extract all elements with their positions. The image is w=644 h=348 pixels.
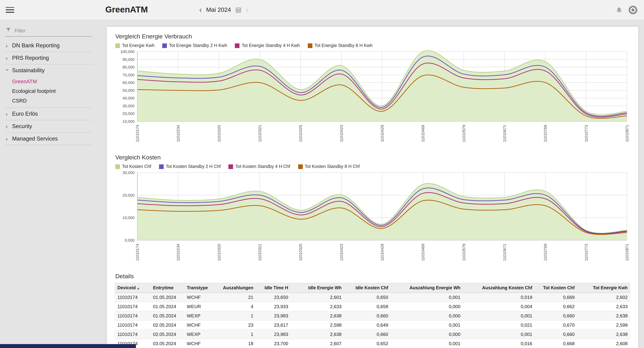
app-title: GreenATM [105, 5, 148, 14]
cell-auszahlung-kosten-chf: 0,001 [463, 311, 535, 320]
cell-transtype: WCHF [184, 293, 216, 302]
legend-item-tot-energie-kwh[interactable]: Tot Energie Kwh [115, 43, 154, 48]
legend-label: Tot Energie Standby 8 H Kwh [314, 43, 372, 48]
cell-transtype: WEXP [184, 311, 216, 320]
calendar-icon[interactable] [235, 6, 242, 13]
legend-item-tot-kosten-standby-4-h-chf[interactable]: Tot Kosten Standby 4 H Chf [228, 164, 290, 169]
header-actions [616, 0, 638, 20]
column-header-auszahlung-energie-wh[interactable]: Auszahlung Energie Wh [391, 283, 463, 293]
cell-idle-kosten-chf: 0,652 [344, 339, 391, 348]
x-axis-label: 11010773 [584, 125, 588, 142]
user-avatar[interactable] [628, 5, 638, 14]
column-header-entrytime[interactable]: Entrytime [150, 283, 184, 293]
column-header-deviceid[interactable]: Deviceid ▲ [114, 283, 150, 293]
cell-auszahlung-energie-wh: 0,000 [391, 302, 463, 311]
filter-input[interactable] [14, 27, 83, 34]
cell-auszahlungen: 18 [216, 339, 256, 348]
sidebar-item-label: CSRD [12, 98, 27, 103]
cell-idle-kosten-chf: 0,649 [344, 320, 391, 330]
prev-month-button[interactable]: ‹ [199, 6, 202, 14]
legend-item-tot-energie-standby-8-h-kwh[interactable]: Tot Energie Standby 8 H Kwh [308, 43, 372, 48]
notifications-bell-icon[interactable] [616, 6, 623, 13]
cell-auszahlung-energie-wh: 0,000 [391, 311, 463, 320]
cost-chart-legend: Tot Kosten ChfTot Kosten Standby 2 H Chf… [115, 164, 630, 169]
cell-idle-energie-wh: 2,633 [291, 302, 344, 311]
column-header-transtype[interactable]: Transtype [184, 283, 216, 293]
cell-idle-energie-wh: 2,607 [291, 339, 344, 348]
cell-deviceid: 11010174 [114, 320, 150, 330]
legend-swatch [235, 43, 240, 48]
y-axis-label: 20,000 [122, 111, 134, 116]
legend-item-tot-energie-standby-2-h-kwh[interactable]: Tot Energie Standby 2 H Kwh [162, 43, 227, 48]
x-axis-label: 11010423 [339, 244, 344, 261]
column-header-auszahlung-kosten-chf[interactable]: Auszahlung Kosten Chf [463, 283, 535, 293]
x-axis-label: 11010174 [135, 125, 140, 142]
column-header-idle-kosten-chf[interactable]: Idle Kosten Chf [344, 283, 391, 293]
x-axis-label: 11010174 [135, 244, 140, 261]
x-axis-label: 11010769 [543, 244, 548, 261]
sidebar-item-label: Ecological footprint [12, 88, 56, 94]
column-header-auszahlungen[interactable]: Auszahlungen [216, 283, 256, 293]
cell-auszahlung-kosten-chf: 0,001 [463, 330, 535, 339]
column-header-idle-energie-wh[interactable]: Idle Energie Wh [291, 283, 344, 293]
menu-button[interactable] [6, 7, 14, 13]
chevron-down-icon: › [4, 69, 10, 72]
cell-auszahlung-kosten-chf: 0,019 [463, 293, 535, 302]
table-row[interactable]: 1101017402.05.2024WEXP123,9832,6380,6600… [114, 330, 630, 339]
sidebar-item-sustainability[interactable]: ›Sustainability [5, 64, 92, 76]
legend-label: Tot Kosten Chf [122, 164, 151, 169]
column-header-tot-kosten-chf[interactable]: Tot Kosten Chf [535, 283, 578, 293]
x-axis-label: 11010320 [217, 125, 221, 142]
sidebar-item-dn-bank-reporting[interactable]: ›DN Bank Reporting [5, 40, 92, 52]
column-header-idle-time-h[interactable]: Idle Time H [256, 283, 291, 293]
legend-swatch [298, 164, 302, 169]
cell-entrytime: 01.05.2024 [150, 311, 184, 320]
cell-idle-time-h: 23,983 [256, 311, 291, 320]
sidebar-item-csrd[interactable]: CSRD [5, 96, 92, 105]
sidebar-item-label: Security [12, 123, 32, 130]
chevron-right-icon: › [6, 123, 9, 129]
legend-item-tot-kosten-standby-2-h-chf[interactable]: Tot Kosten Standby 2 H Chf [159, 164, 221, 169]
y-axis-label: 100,000 [120, 50, 134, 54]
cell-tot-kosten-chf: 0,668 [535, 339, 578, 348]
legend-item-tot-kosten-chf[interactable]: Tot Kosten Chf [115, 164, 151, 169]
next-month-button[interactable]: › [246, 6, 249, 14]
cell-auszahlung-kosten-chf: 0,004 [463, 302, 535, 311]
column-header-tot-energie-kwh[interactable]: Tot Energie Kwh [578, 283, 630, 293]
y-axis-label: 0,000 [125, 238, 134, 242]
cell-auszahlung-energie-wh: 0,001 [391, 339, 463, 348]
cell-idle-energie-wh: 2,638 [291, 311, 344, 320]
sidebar-item-security[interactable]: ›Security [5, 120, 92, 132]
sidebar-item-greenatm[interactable]: GreenATM [5, 76, 92, 86]
table-row[interactable]: 1101017401.05.2024WEXP123,9832,6380,6600… [114, 311, 630, 320]
table-row[interactable]: 1101017402.05.2024WCHF2323,6172,5980,649… [114, 320, 630, 330]
table-row[interactable]: 1101017403.05.2024WCHF1823,7002,6070,652… [114, 339, 630, 348]
sidebar-item-ecological-footprint[interactable]: Ecological footprint [5, 86, 92, 96]
cell-idle-time-h: 23,983 [256, 330, 291, 339]
date-navigator: ‹ Mai 2024 › [199, 0, 248, 20]
table-row[interactable]: 1101017401.05.2024WEUR423,9332,6330,6580… [114, 302, 630, 311]
legend-label: Tot Energie Standby 4 H Kwh [242, 43, 300, 48]
sidebar-item-euro-erlos[interactable]: ›Euro Erlös [5, 108, 92, 120]
legend-item-tot-energie-standby-4-h-kwh[interactable]: Tot Energie Standby 4 H Kwh [235, 43, 300, 48]
details-title: Details [115, 273, 630, 280]
current-month-label[interactable]: Mai 2024 [206, 6, 231, 13]
cell-idle-kosten-chf: 0,660 [344, 330, 391, 339]
x-axis-label: 11010469 [421, 244, 425, 261]
cell-auszahlung-energie-wh: 0,001 [391, 293, 463, 302]
filter-funnel-icon [6, 27, 11, 34]
x-axis-label: 11010769 [543, 125, 548, 142]
x-axis-label: 11010321 [258, 125, 262, 142]
x-axis-label: 11010320 [217, 244, 221, 261]
legend-label: Tot Energie Kwh [122, 43, 154, 48]
cell-auszahlung-energie-wh: 0,001 [391, 320, 463, 330]
legend-label: Tot Energie Standby 2 H Kwh [169, 43, 227, 48]
top-bar: GreenATM ‹ Mai 2024 › [0, 0, 644, 20]
y-axis-label: 50,000 [122, 88, 134, 93]
table-row[interactable]: 1101017401.05.2024WCHF2123,6502,6010,650… [114, 293, 630, 302]
sidebar-item-prs-reporting[interactable]: ›PRS Reporting [5, 52, 92, 64]
legend-item-tot-kosten-standby-8-h-chf[interactable]: Tot Kosten Standby 8 H Chf [298, 164, 360, 169]
sidebar-item-managed-services[interactable]: ›Managed Services [5, 133, 92, 145]
details-table: Deviceid ▲EntrytimeTranstypeAuszahlungen… [114, 283, 630, 348]
cell-tot-kosten-chf: 0,660 [535, 311, 578, 320]
